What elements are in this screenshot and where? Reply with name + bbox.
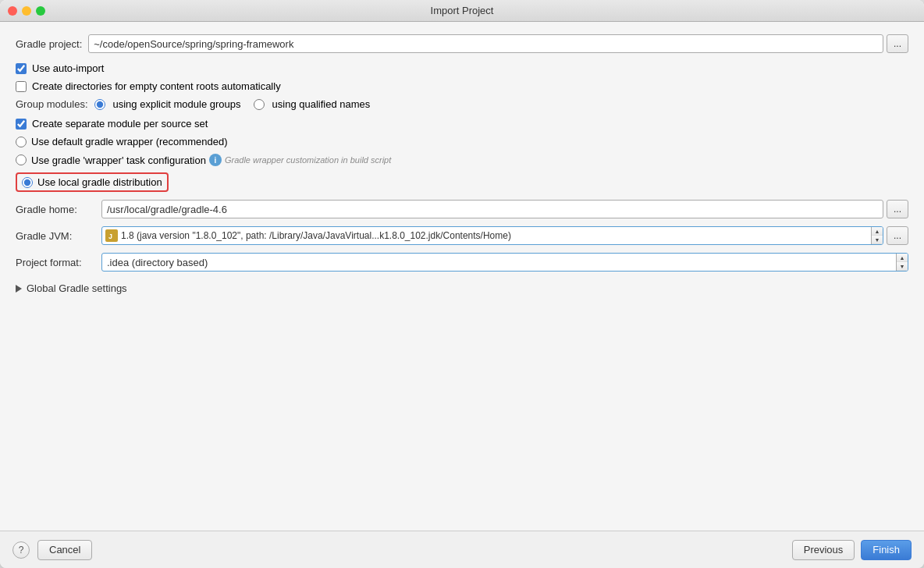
- gradle-project-row: Gradle project: ...: [16, 34, 908, 53]
- group-modules-qualified-label: using qualified names: [272, 98, 371, 110]
- create-separate-label: Create separate module per source set: [32, 118, 208, 130]
- auto-import-label: Use auto-import: [32, 62, 104, 74]
- finish-button[interactable]: Finish: [861, 540, 912, 560]
- title-bar: Import Project: [0, 0, 924, 22]
- gradle-home-label: Gradle home:: [16, 204, 101, 215]
- group-modules-explicit-radio[interactable]: [94, 99, 105, 110]
- minimize-button[interactable]: [22, 6, 31, 16]
- svg-text:J: J: [108, 233, 112, 240]
- group-modules-options: using explicit module groups using quali…: [94, 98, 371, 110]
- main-content: Gradle project: ... Use auto-import Crea…: [0, 22, 924, 531]
- jvm-icon: J: [105, 229, 118, 242]
- bottom-left: ? Cancel: [12, 540, 92, 560]
- jvm-spin-up[interactable]: ▲: [872, 227, 883, 236]
- gradle-jvm-select[interactable]: J 1.8 (java version "1.8.0_102", path: /…: [101, 226, 883, 245]
- jvm-spinner[interactable]: ▲ ▼: [871, 226, 883, 245]
- global-settings-label: Global Gradle settings: [27, 282, 127, 294]
- gradle-jvm-browse-button[interactable]: ...: [887, 226, 908, 245]
- project-format-content: .idea (directory based): [102, 257, 896, 268]
- group-modules-explicit-option: using explicit module groups: [94, 98, 241, 110]
- project-format-spin-up[interactable]: ▲: [897, 254, 908, 262]
- create-separate-checkbox[interactable]: [16, 119, 27, 130]
- jvm-content: J 1.8 (java version "1.8.0_102", path: /…: [102, 229, 871, 242]
- project-format-select[interactable]: .idea (directory based) ▲ ▼: [101, 253, 908, 272]
- wrapper-task-label: Use gradle 'wrapper' task configuration: [31, 154, 206, 166]
- gradle-project-input[interactable]: [88, 34, 883, 53]
- project-format-label: Project format:: [16, 257, 101, 268]
- local-gradle-row: Use local gradle distribution: [16, 172, 169, 192]
- create-separate-row: Create separate module per source set: [16, 118, 908, 130]
- window-title: Import Project: [431, 5, 494, 16]
- create-dirs-row: Create directories for empty content roo…: [16, 80, 908, 92]
- bottom-bar: ? Cancel Previous Finish: [0, 531, 924, 568]
- gradle-home-row: Gradle home: ...: [16, 200, 908, 218]
- jvm-value: 1.8 (java version "1.8.0_102", path: /Li…: [121, 230, 511, 241]
- expand-icon: [16, 285, 22, 293]
- group-modules-explicit-label: using explicit module groups: [113, 98, 241, 110]
- gradle-jvm-row: Gradle JVM: J 1.8 (java version "1.8.0_1…: [16, 226, 908, 245]
- create-dirs-label: Create directories for empty content roo…: [32, 80, 281, 92]
- main-window: Import Project Gradle project: ... Use a…: [0, 0, 924, 568]
- wrapper-task-row: Use gradle 'wrapper' task configuration …: [16, 154, 908, 166]
- gradle-project-label: Gradle project:: [16, 38, 82, 50]
- local-gradle-radio[interactable]: [22, 177, 33, 188]
- group-modules-qualified-radio[interactable]: [254, 99, 265, 110]
- wrapper-info-icon[interactable]: i: [209, 154, 222, 166]
- wrapper-task-radio[interactable]: [16, 154, 27, 165]
- group-modules-qualified-option: using qualified names: [254, 98, 371, 110]
- project-format-spin-down[interactable]: ▼: [897, 262, 908, 271]
- close-button[interactable]: [8, 6, 17, 16]
- project-format-spinner[interactable]: ▲ ▼: [896, 253, 908, 272]
- jvm-spin-down[interactable]: ▼: [872, 236, 883, 244]
- project-format-value: .idea (directory based): [107, 257, 208, 268]
- local-gradle-label: Use local gradle distribution: [37, 176, 162, 188]
- window-controls: [8, 6, 45, 16]
- maximize-button[interactable]: [36, 6, 45, 16]
- gradle-home-browse-button[interactable]: ...: [887, 200, 908, 218]
- project-format-row: Project format: .idea (directory based) …: [16, 253, 908, 272]
- default-wrapper-row: Use default gradle wrapper (recommended): [16, 136, 908, 147]
- help-button[interactable]: ?: [12, 541, 30, 559]
- gradle-jvm-label: Gradle JVM:: [16, 230, 101, 242]
- bottom-right: Previous Finish: [792, 540, 912, 560]
- default-wrapper-label: Use default gradle wrapper (recommended): [31, 136, 227, 147]
- auto-import-checkbox[interactable]: [16, 63, 27, 74]
- auto-import-row: Use auto-import: [16, 62, 908, 74]
- cancel-button[interactable]: Cancel: [37, 540, 92, 560]
- gradle-project-browse-button[interactable]: ...: [887, 34, 908, 53]
- global-settings-row[interactable]: Global Gradle settings: [16, 282, 908, 294]
- group-modules-row: Group modules: using explicit module gro…: [16, 98, 908, 110]
- group-modules-label: Group modules:: [16, 98, 88, 110]
- wrapper-hint: Gradle wrapper customization in build sc…: [225, 155, 391, 165]
- default-wrapper-radio[interactable]: [16, 137, 27, 147]
- gradle-home-input[interactable]: [101, 200, 883, 218]
- previous-button[interactable]: Previous: [792, 540, 855, 560]
- create-dirs-checkbox[interactable]: [16, 81, 27, 92]
